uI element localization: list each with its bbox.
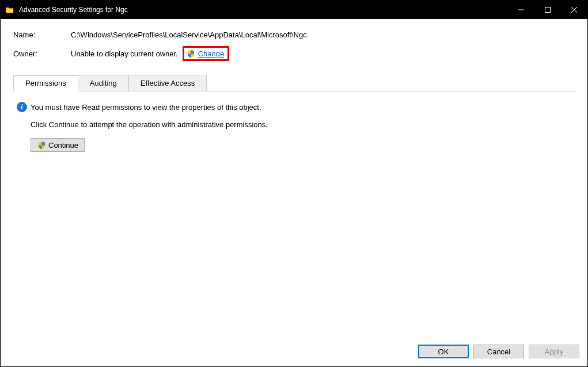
apply-button[interactable]: Apply	[529, 345, 579, 358]
info-icon: i	[17, 102, 27, 112]
change-highlight: Change	[183, 46, 230, 61]
minimize-button[interactable]	[508, 1, 534, 19]
tab-body: i You must have Read permissions to view…	[13, 91, 575, 339]
svg-rect-1	[545, 7, 551, 13]
tabs: Permissions Auditing Effective Access	[13, 75, 575, 91]
continue-button[interactable]: Continue	[31, 138, 85, 152]
shield-icon	[187, 49, 196, 58]
window: Advanced Security Settings for Ngc Name:…	[0, 0, 588, 367]
maximize-button[interactable]	[534, 1, 561, 19]
cancel-button[interactable]: Cancel	[473, 345, 524, 358]
name-value: C:\Windows\ServiceProfiles\LocalService\…	[71, 30, 307, 39]
tab-auditing-label: Auditing	[90, 79, 117, 87]
footer-buttons: OK Cancel Apply	[1, 339, 587, 366]
owner-value: Unable to display current owner.	[71, 49, 178, 58]
owner-label: Owner:	[13, 49, 71, 58]
tab-permissions-label: Permissions	[25, 79, 66, 87]
shield-icon	[37, 140, 46, 150]
instruction-text: Click Continue to attempt the operation …	[31, 120, 571, 129]
change-owner-link[interactable]: Change	[198, 49, 225, 58]
ok-button[interactable]: OK	[418, 345, 469, 358]
owner-row: Owner: Unable to display current owner. …	[13, 46, 575, 61]
window-controls	[508, 1, 587, 19]
tab-effective-label: Effective Access	[141, 79, 195, 87]
folder-icon	[5, 5, 14, 14]
tab-effective-access[interactable]: Effective Access	[128, 75, 207, 91]
name-label: Name:	[13, 30, 71, 39]
close-button[interactable]	[561, 1, 587, 19]
tab-auditing[interactable]: Auditing	[78, 75, 129, 91]
content-area: Name: C:\Windows\ServiceProfiles\LocalSe…	[1, 19, 587, 339]
tab-permissions[interactable]: Permissions	[13, 75, 78, 91]
name-row: Name: C:\Windows\ServiceProfiles\LocalSe…	[13, 30, 575, 39]
titlebar: Advanced Security Settings for Ngc	[1, 1, 587, 19]
window-title: Advanced Security Settings for Ngc	[19, 6, 508, 14]
continue-label: Continue	[48, 141, 78, 150]
info-text: You must have Read permissions to view t…	[31, 103, 261, 112]
info-line: i You must have Read permissions to view…	[17, 102, 571, 112]
